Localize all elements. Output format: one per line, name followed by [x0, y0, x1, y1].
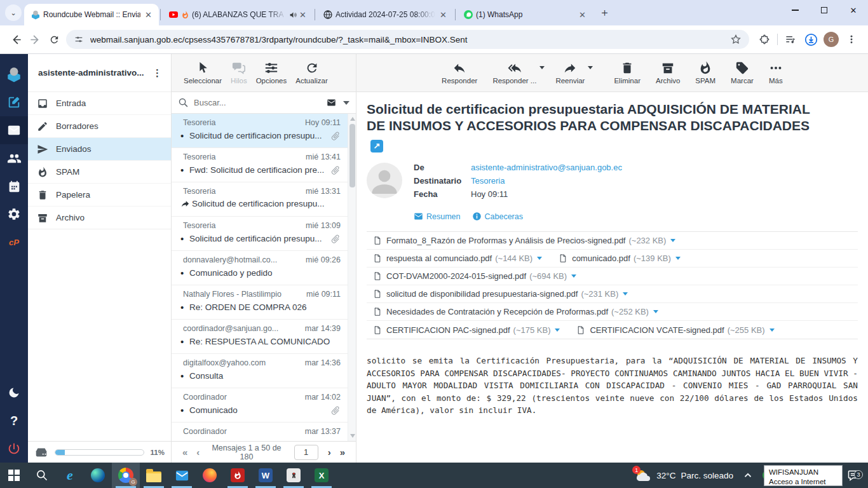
message-row[interactable]: digitalfoox@yahoo.commar 14:36 •Consulta	[172, 354, 356, 388]
next-page-button[interactable]: ›	[323, 447, 336, 458]
summary-link[interactable]: Resumen	[414, 212, 461, 221]
reply-all-caret[interactable]	[539, 66, 545, 69]
attachment-menu-caret[interactable]	[623, 292, 628, 295]
folder-entrada[interactable]: Entrada	[28, 92, 171, 115]
message-row[interactable]: Coordinadormar 14:02 •Comunicado	[172, 388, 356, 423]
attachment-menu-caret[interactable]	[675, 257, 681, 260]
taskbar-firefox-icon[interactable]	[196, 463, 224, 488]
list-scrollbar[interactable]	[348, 114, 356, 441]
message-row[interactable]: donnavalery@hotmail.co...mié 09:26 •Comu…	[172, 251, 356, 285]
reload-button[interactable]	[44, 30, 64, 49]
delete-button[interactable]: Eliminar	[609, 61, 645, 85]
headers-link[interactable]: Cabeceras	[472, 212, 523, 221]
extensions-icon[interactable]	[754, 30, 775, 49]
settings-nav-button[interactable]	[0, 200, 28, 228]
attachment-menu-caret[interactable]	[555, 329, 560, 332]
message-row[interactable]: Tesoreriamié 13:31 Solicitud de certific…	[172, 182, 356, 217]
select-button[interactable]: Seleccionar	[179, 61, 226, 85]
attachment-menu-caret[interactable]	[670, 239, 675, 242]
options-button[interactable]: Opciones	[252, 61, 292, 85]
first-page-button[interactable]: «	[178, 447, 192, 458]
forward-group[interactable]: Reenviar	[551, 61, 593, 85]
last-page-button[interactable]: »	[336, 447, 349, 458]
bookmark-star-icon[interactable]	[730, 34, 742, 45]
dark-mode-icon[interactable]	[0, 379, 28, 407]
attachment-item[interactable]: Formato_8_Razón de Proformas y Análisis …	[373, 235, 675, 246]
search-input[interactable]	[194, 98, 325, 107]
taskbar-java-icon[interactable]	[280, 463, 308, 488]
help-icon[interactable]: ?	[0, 407, 28, 435]
reply-all-button[interactable]: Responder ...	[488, 61, 541, 85]
search-options-chevron[interactable]	[343, 101, 349, 105]
tab-audio-icon[interactable]	[289, 11, 297, 19]
taskbar-acrobat-icon[interactable]	[224, 463, 252, 488]
tab-youtube[interactable]: (6) ALABANZAS QUE TRA ✕	[162, 4, 313, 25]
archive-button[interactable]: Archivo	[651, 61, 684, 85]
tab-search-button[interactable]: ⌄	[5, 4, 22, 21]
site-settings-icon[interactable]	[74, 34, 84, 44]
spam-button[interactable]: SPAM	[691, 61, 720, 85]
new-tab-button[interactable]: ＋	[599, 5, 610, 20]
attachment-menu-caret[interactable]	[770, 329, 775, 332]
tab-whatsapp[interactable]: (1) WhatsApp ✕	[457, 4, 593, 25]
mark-button[interactable]: Marcar	[726, 61, 758, 85]
attachment-item[interactable]: respuesta al comunciado.pdf(~144 KB)	[373, 253, 542, 264]
forward-button[interactable]	[25, 30, 44, 49]
window-maximize-button[interactable]	[810, 0, 839, 20]
logout-power-icon[interactable]	[0, 435, 28, 463]
calendar-nav-button[interactable]	[0, 172, 28, 200]
window-close-button[interactable]: ✕	[839, 0, 868, 20]
folder-archivo[interactable]: Archivo	[28, 207, 171, 229]
attachment-menu-caret[interactable]	[571, 274, 576, 278]
more-button[interactable]: Más	[764, 61, 787, 85]
taskbar-file-explorer-icon[interactable]	[140, 463, 168, 488]
taskbar-chrome-icon[interactable]: G	[112, 463, 140, 488]
folder-spam[interactable]: SPAM	[28, 161, 171, 184]
tab-close-icon[interactable]: ✕	[577, 10, 588, 20]
attachment-item[interactable]: COT-DVAM2000-2024-015-signed.pdf(~694 KB…	[373, 271, 576, 281]
taskbar-ie-icon[interactable]: e	[56, 463, 84, 488]
address-bar[interactable]: webmail.sanjuan.gob.ec/cpsess4357678781/…	[66, 30, 749, 49]
taskbar-mail-icon[interactable]	[168, 463, 196, 488]
back-button[interactable]	[6, 30, 25, 49]
tab-close-icon[interactable]: ✕	[297, 10, 308, 20]
browser-menu-icon[interactable]	[841, 30, 862, 49]
to-address-link[interactable]: Tesoreria	[471, 176, 505, 186]
tray-expand-chevron-icon[interactable]	[742, 470, 754, 481]
compose-button[interactable]	[0, 88, 28, 116]
cpanel-icon[interactable]: cP	[0, 228, 28, 256]
window-minimize-button[interactable]	[780, 0, 810, 20]
folder-papelera[interactable]: Papelera	[28, 184, 171, 207]
scroll-down-arrow[interactable]	[350, 434, 355, 438]
reply-all-group[interactable]: Responder ...	[488, 61, 545, 85]
folder-borradores[interactable]: Borradores	[28, 115, 171, 138]
message-row[interactable]: Tesoreriamié 13:41 •Fwd: Solicitud de ce…	[172, 148, 356, 182]
message-row[interactable]: Nathaly Flores - Plastilimpiomié 09:11 •…	[172, 285, 356, 320]
reply-button[interactable]: Responder	[437, 61, 482, 85]
mail-nav-button[interactable]	[0, 116, 28, 144]
scroll-up-arrow[interactable]	[350, 117, 355, 121]
attachment-menu-caret[interactable]	[537, 257, 542, 260]
threads-button[interactable]: Hilos	[226, 61, 252, 85]
taskbar-edge-icon[interactable]	[84, 463, 112, 488]
profile-avatar[interactable]: G	[821, 30, 841, 49]
tab-close-icon[interactable]: ✕	[438, 10, 449, 20]
prev-page-button[interactable]: ‹	[192, 447, 204, 458]
message-row[interactable]: Tesoreriamié 13:09 •Solicitud de certifi…	[172, 217, 356, 251]
attachment-item[interactable]: comunicado.pdf(~139 KB)	[559, 253, 681, 264]
attachment-item[interactable]: Necesidades de Contratación y Recepción …	[373, 306, 658, 317]
search-scope-icon[interactable]	[325, 98, 337, 107]
contacts-nav-button[interactable]	[0, 144, 28, 172]
tab-actividad[interactable]: Actividad 2024-07-25 08:00:00 ✕	[316, 4, 454, 25]
taskbar-word-icon[interactable]: W	[252, 463, 280, 488]
tab-roundcube[interactable]: Roundcube Webmail :: Enviados ✕	[24, 4, 159, 25]
account-menu-icon[interactable]: ⋮	[149, 67, 166, 79]
taskbar-search-icon[interactable]	[28, 463, 56, 488]
from-address-link[interactable]: asistente-administrativo@sanjuan.gob.ec	[471, 163, 622, 172]
tab-close-icon[interactable]: ✕	[143, 10, 154, 20]
attachment-item[interactable]: CERTIFICACION VCATE-signed.pdf(~255 KB)	[576, 325, 774, 336]
open-in-new-window-icon[interactable]: ↗	[370, 140, 383, 152]
folder-enviados[interactable]: Enviados	[28, 138, 171, 161]
media-controls-icon[interactable]	[780, 30, 801, 49]
message-row[interactable]: Coordinadormar 13:37	[172, 423, 356, 441]
